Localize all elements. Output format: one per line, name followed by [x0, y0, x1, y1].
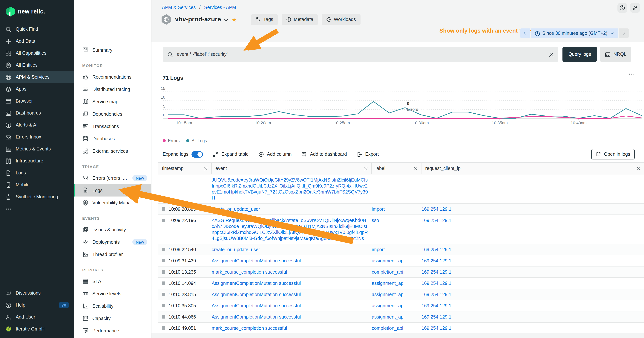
label-link[interactable]: assignment_api	[372, 303, 404, 308]
sidebar-item-synthetic-monitoring[interactable]: Synthetic Monitoring	[0, 191, 74, 203]
subnav-item-thread-profiler[interactable]: Thread profiler	[74, 248, 151, 260]
table-row[interactable]: 10:09:22.196<ASGIRequest: GET '/sso/call…	[158, 215, 644, 244]
expand-logs-switch[interactable]	[192, 151, 203, 157]
event-link[interactable]: mark_course_completion successful	[212, 269, 287, 274]
sidebar-item-add-data[interactable]: Add Data	[0, 35, 74, 47]
legend-errors[interactable]: Errors	[163, 139, 180, 143]
remove-column-icon[interactable]	[364, 166, 368, 171]
log-query-input[interactable]	[176, 51, 545, 57]
event-link[interactable]: AssignmentCompletionMutation successful	[212, 303, 301, 308]
table-row[interactable]: JUQVU&code=eyJraWQiOiJjcGltY29yZV8wOTI1M…	[158, 174, 644, 204]
breadcrumb-services-apm[interactable]: Services - APM	[204, 5, 236, 10]
subnav-item-dependencies[interactable]: Dependencies	[74, 108, 151, 120]
sidebar-item-browser[interactable]: Browser	[0, 95, 74, 107]
subnav-item-external-services[interactable]: External services	[74, 145, 151, 157]
subnav-item-service-levels[interactable]: Service levels	[74, 287, 151, 300]
sidebar-item-errors-inbox[interactable]: Errors Inbox	[0, 131, 74, 143]
subnav-item-capacity[interactable]: Capacity	[74, 312, 151, 324]
sidebar-item-dashboards[interactable]: Dashboards	[0, 107, 74, 119]
subnav-item-databases[interactable]: Databases	[74, 133, 151, 145]
sidebar-item-logs[interactable]: Logs	[0, 167, 74, 179]
sidebar-item-apps[interactable]: Apps	[0, 83, 74, 95]
table-row[interactable]: 10:10:44.066AssignmentCompletionMutation…	[158, 311, 644, 323]
metadata-button[interactable]: Metadata	[282, 14, 318, 25]
label-link[interactable]: completion_api	[372, 325, 403, 331]
request_client_ip-link[interactable]: 169.254.129.1	[422, 269, 452, 274]
table-row[interactable]: 10:10:13.235mark_course_completion succe…	[158, 266, 644, 278]
event-link[interactable]: <ASGIRequest: GET '/sso/callback/?state=…	[212, 218, 368, 241]
request_client_ip-link[interactable]: 169.254.129.1	[422, 314, 452, 319]
event-link[interactable]: AssignmentCompletionMutation successful	[212, 292, 301, 297]
request_client_ip-link[interactable]: 169.254.129.1	[422, 206, 452, 212]
remove-column-icon[interactable]	[204, 166, 208, 171]
request_client_ip-link[interactable]: 169.254.129.1	[422, 303, 452, 308]
subnav-item-logs[interactable]: Logs	[74, 184, 151, 196]
subnav-item-vulnerability-management[interactable]: Vulnerability Management	[74, 196, 151, 209]
expand-logs-toggle[interactable]: Expand logs	[163, 151, 203, 157]
remove-column-icon[interactable]	[413, 166, 418, 171]
event-link[interactable]: create_or_update_user	[212, 247, 260, 252]
label-link[interactable]: sso	[372, 218, 379, 223]
sidebar-item-quick-find[interactable]: Quick Find	[0, 23, 74, 35]
request_client_ip-link[interactable]: 169.254.129.1	[422, 280, 452, 286]
breadcrumb-apm-services[interactable]: APM & Services	[162, 5, 196, 10]
sidebar-item-more[interactable]	[0, 203, 74, 215]
label-link[interactable]: assignment_api	[372, 314, 404, 319]
subnav-item-summary[interactable]: Summary	[74, 44, 151, 56]
add-column-button[interactable]: Add column	[258, 151, 292, 157]
sidebar-item-metrics-events[interactable]: Metrics & Events	[0, 143, 74, 155]
table-row[interactable]: 10:09:22.540create_or_update_userimport1…	[158, 244, 644, 255]
add-to-dashboard-button[interactable]: Add to dashboard	[302, 151, 347, 157]
query-logs-button[interactable]: Query logs	[562, 47, 597, 62]
table-row[interactable]: 10:09:20.895create_or_update_userimport1…	[158, 204, 644, 215]
label-link[interactable]: completion_api	[372, 269, 403, 274]
permalink-button[interactable]	[630, 3, 640, 13]
subnav-item-distributed-tracing[interactable]: Distributed tracing	[74, 83, 151, 96]
sidebar-item-add-user[interactable]: Add User	[0, 311, 74, 323]
event-link[interactable]: AssignmentCompletionMutation successful	[212, 258, 301, 263]
event-link[interactable]: create_or_update_user	[212, 206, 260, 212]
clear-query-icon[interactable]	[548, 52, 554, 57]
request_client_ip-link[interactable]: 169.254.129.1	[422, 247, 452, 252]
time-back-button[interactable]	[520, 29, 530, 38]
table-row[interactable]: 10:10:23.815AssignmentCompletionMutation…	[158, 289, 644, 300]
time-forward-button[interactable]	[619, 29, 629, 38]
open-in-logs-button[interactable]: Open in logs	[591, 149, 635, 159]
overflow-menu-button[interactable]	[628, 71, 635, 78]
subnav-item-errors-errors-inb[interactable]: Errors (errors inb...New	[74, 172, 151, 184]
request_client_ip-link[interactable]: 169.254.129.1	[422, 325, 452, 331]
entity-switcher-chevron-icon[interactable]	[223, 17, 228, 22]
event-link[interactable]: JUQVU&code=eyJraWQiOiJjcGltY29yZV8wOTI1M…	[212, 177, 368, 200]
sidebar-item-mobile[interactable]: Mobile	[0, 179, 74, 191]
remove-column-icon[interactable]	[636, 166, 641, 171]
subnav-item-issues-activity[interactable]: Issues & activity	[74, 223, 151, 236]
label-link[interactable]: import	[372, 206, 385, 212]
expand-table-button[interactable]: Expand table	[213, 151, 249, 157]
subnav-item-service-map[interactable]: Service map	[74, 96, 151, 108]
export-button[interactable]: Export	[356, 151, 379, 157]
request_client_ip-link[interactable]: 169.254.129.1	[422, 292, 452, 297]
event-link[interactable]: AssignmentCompletionMutation successful	[212, 280, 301, 286]
request_client_ip-link[interactable]: 169.254.129.1	[422, 258, 452, 263]
sidebar-item-alerts-ai[interactable]: Alerts & AI	[0, 119, 74, 131]
table-row[interactable]: 10:10:14.094AssignmentCompletionMutation…	[158, 278, 644, 289]
tags-button[interactable]: Tags	[251, 14, 278, 25]
new-relic-logo[interactable]: new relic.	[0, 0, 74, 18]
sidebar-item-discussions[interactable]: Discussions	[0, 287, 74, 299]
sidebar-item-help[interactable]: Help70	[0, 299, 74, 311]
sidebar-item-infrastructure[interactable]: Infrastructure	[0, 155, 74, 167]
favorite-star-icon[interactable]: ★	[232, 16, 237, 23]
event-link[interactable]: AssignmentCompletionMutation successful	[212, 314, 301, 319]
label-link[interactable]: import	[372, 247, 385, 252]
nrql-button[interactable]: NRQL	[600, 47, 631, 62]
legend-all-logs[interactable]: All Logs	[186, 139, 207, 143]
request_client_ip-link[interactable]: 169.254.129.1	[422, 218, 452, 223]
subnav-item-sla[interactable]: SLA	[74, 275, 151, 287]
sidebar-item-iterativ-gmbh[interactable]: Iterativ GmbH	[0, 323, 74, 335]
sidebar-item-all-entities[interactable]: All Entities	[0, 59, 74, 71]
subnav-item-deployments[interactable]: DeploymentsNew	[74, 236, 151, 248]
label-link[interactable]: assignment_api	[372, 280, 404, 286]
table-row[interactable]: 10:09:31.439AssignmentCompletionMutation…	[158, 255, 644, 266]
label-link[interactable]: assignment_api	[372, 258, 404, 263]
table-row[interactable]: 10:10:35.305AssignmentCompletionMutation…	[158, 300, 644, 311]
